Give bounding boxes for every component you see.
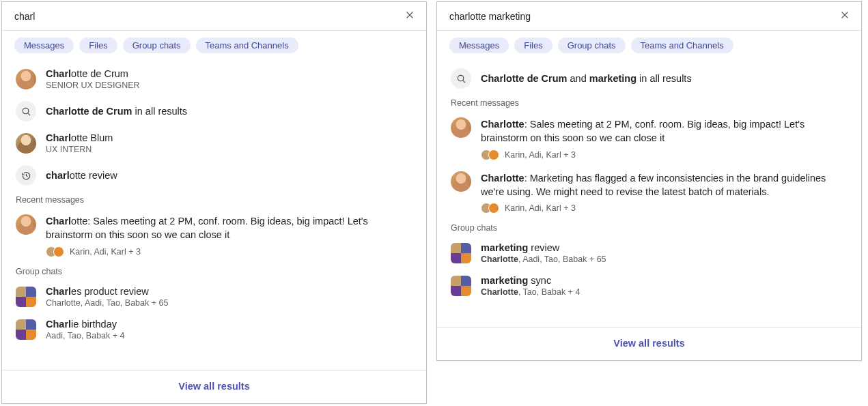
group-chat-item[interactable]: marketing review Charlotte, Aadi, Tao, B… [437, 237, 861, 270]
participants: Karin, Adi, Karl + 3 [46, 246, 412, 257]
group-subtitle: Aadi, Tao, Babak + 4 [46, 331, 412, 340]
footer: View all results [2, 371, 426, 403]
group-chats-list: marketing review Charlotte, Aadi, Tao, B… [437, 237, 861, 302]
suggestion-subtitle: SENIOR UX DESIGNER [46, 81, 412, 90]
avatar [451, 117, 471, 138]
search-icon [451, 68, 471, 89]
messages-list: Charlotte: Sales meeting at 2 PM, conf. … [437, 112, 861, 219]
svg-point-0 [23, 108, 28, 113]
pill-messages[interactable]: Messages [14, 38, 74, 53]
right-panel: Messages Files Group chats Teams and Cha… [436, 1, 862, 361]
footer: View all results [437, 328, 861, 360]
svg-point-1 [458, 75, 463, 81]
filter-pills-row: Messages Files Group chats Teams and Cha… [437, 31, 861, 63]
message-item[interactable]: Charlotte: Sales meeting at 2 PM, conf. … [437, 112, 861, 166]
group-chats-list: Charles product review Charlotte, Aadi, … [2, 280, 426, 346]
suggestions-list: Charlotte de Crum SENIOR UX DESIGNER Cha… [2, 63, 426, 191]
group-subtitle: Charlotte, Aadi, Tao, Babak + 65 [46, 298, 412, 308]
pill-messages[interactable]: Messages [449, 38, 509, 53]
group-chat-item[interactable]: Charles product review Charlotte, Aadi, … [2, 280, 426, 313]
group-chat-item[interactable]: marketing sync Charlotte, Tao, Babak + 4 [437, 270, 861, 302]
history-icon [16, 165, 36, 186]
pill-files[interactable]: Files [79, 38, 117, 53]
clear-search-button[interactable] [838, 10, 852, 23]
message-text: Charlotte: Sales meeting at 2 PM, conf. … [46, 214, 412, 242]
mini-avatars-icon [46, 246, 64, 257]
suggestion-in-all-results[interactable]: Charlotte de Crum in all results [2, 96, 426, 127]
participants-text: Karin, Adi, Karl + 3 [505, 203, 576, 213]
group-chat-item[interactable]: Charlie birthday Aadi, Tao, Babak + 4 [2, 313, 426, 346]
group-title: marketing review [481, 242, 848, 253]
group-chats-label: Group chats [2, 263, 426, 280]
recent-messages-label: Recent messages [2, 191, 426, 209]
suggestion-title: charlotte review [46, 170, 412, 181]
message-item[interactable]: Charlotte: Sales meeting at 2 PM, conf. … [2, 209, 426, 263]
avatar [16, 214, 36, 235]
pill-files[interactable]: Files [514, 38, 552, 53]
pill-teams-channels[interactable]: Teams and Channels [196, 38, 298, 53]
suggestion-in-all-results[interactable]: Charlotte de Crum and marketing in all r… [437, 63, 861, 94]
participants: Karin, Adi, Karl + 3 [481, 149, 848, 160]
suggestion-title: Charlotte de Crum [46, 68, 412, 79]
message-text: Charlotte: Marketing has flagged a few i… [481, 171, 848, 199]
avatar [451, 171, 471, 192]
search-row [437, 2, 861, 31]
recent-messages-label: Recent messages [437, 94, 861, 112]
suggestion-subtitle: UX INTERN [46, 145, 412, 154]
suggestion-history[interactable]: charlotte review [2, 160, 426, 191]
search-icon [16, 101, 36, 121]
search-input[interactable] [14, 11, 403, 22]
view-all-results-link[interactable]: View all results [613, 338, 685, 349]
group-chats-label: Group chats [437, 219, 861, 237]
suggestion-title: Charlotte de Crum and marketing in all r… [481, 73, 848, 84]
group-title: Charles product review [46, 286, 412, 297]
group-avatar-icon [16, 287, 36, 307]
group-title: Charlie birthday [46, 319, 412, 330]
message-item[interactable]: Charlotte: Marketing has flagged a few i… [437, 166, 861, 220]
pill-group-chats[interactable]: Group chats [558, 38, 626, 53]
close-icon [405, 10, 415, 23]
message-text: Charlotte: Sales meeting at 2 PM, conf. … [481, 117, 848, 145]
clear-search-button[interactable] [403, 10, 417, 23]
pill-group-chats[interactable]: Group chats [123, 38, 191, 53]
group-avatar-icon [16, 319, 36, 340]
suggestion-person[interactable]: Charlotte Blum UX INTERN [2, 127, 426, 160]
group-avatar-icon [451, 243, 471, 263]
suggestion-title: Charlotte Blum [46, 132, 412, 143]
left-panel: Messages Files Group chats Teams and Cha… [1, 1, 427, 404]
group-subtitle: Charlotte, Aadi, Tao, Babak + 65 [481, 255, 848, 264]
pill-teams-channels[interactable]: Teams and Channels [631, 38, 733, 53]
close-icon [840, 10, 850, 23]
suggestion-title: Charlotte de Crum in all results [46, 106, 412, 117]
participants-text: Karin, Adi, Karl + 3 [70, 247, 141, 257]
search-input[interactable] [449, 11, 838, 22]
suggestion-person[interactable]: Charlotte de Crum SENIOR UX DESIGNER [2, 63, 426, 96]
participants-text: Karin, Adi, Karl + 3 [505, 150, 576, 160]
view-all-results-link[interactable]: View all results [178, 381, 250, 392]
group-avatar-icon [451, 276, 471, 296]
mini-avatars-icon [481, 149, 499, 160]
participants: Karin, Adi, Karl + 3 [481, 203, 848, 214]
group-title: marketing sync [481, 275, 848, 286]
avatar [16, 133, 36, 154]
filter-pills-row: Messages Files Group chats Teams and Cha… [2, 31, 426, 63]
mini-avatars-icon [481, 203, 499, 214]
messages-list: Charlotte: Sales meeting at 2 PM, conf. … [2, 209, 426, 263]
avatar [16, 69, 36, 89]
group-subtitle: Charlotte, Tao, Babak + 4 [481, 287, 848, 297]
search-row [2, 2, 426, 31]
